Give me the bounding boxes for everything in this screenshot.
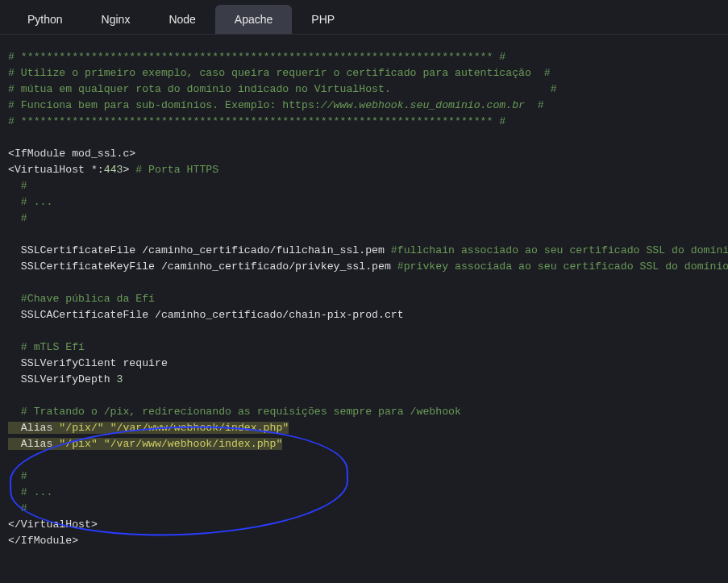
code-line: SSLCertificateKeyFile /caminho_certifica… [8, 260, 397, 273]
tab-php[interactable]: PHP [292, 5, 354, 34]
code-line: SSLCertificateFile /caminho_certificado/… [8, 244, 391, 256]
code-line: #Chave pública da Efí [8, 293, 155, 305]
code-string: "/var/www/webhook/index.php" [104, 438, 283, 450]
code-line: # **************************************… [8, 115, 505, 127]
code-line: <IfModule mod_ssl.c> [8, 148, 135, 160]
code-line: SSLVerifyDepth [8, 373, 117, 385]
tab-apache[interactable]: Apache [215, 5, 292, 34]
tab-nginx[interactable]: Nginx [82, 5, 150, 34]
code-line: SSLVerifyClient require [8, 357, 168, 369]
code-line: # Utilize o primeiro exemplo, caso queir… [8, 67, 551, 79]
code-number: 443 [104, 164, 123, 176]
code-line: # Funciona bem para sub-domínios. Exempl… [8, 99, 321, 111]
code-line: > [123, 164, 135, 176]
code-line: # [8, 180, 27, 192]
code-line: # ... [8, 486, 52, 498]
tab-node[interactable]: Node [149, 5, 214, 34]
code-number: 3 [117, 373, 123, 385]
code-line: # [8, 502, 27, 514]
code-string: "/pix/" [59, 422, 103, 434]
code-line: # mTLS Efí [8, 341, 85, 353]
code-line: </IfModule> [8, 535, 78, 547]
code-comment: #privkey associada ao seu certificado SS… [397, 260, 728, 273]
code-string: "/pix" [59, 438, 97, 450]
code-line: </VirtualHost> [8, 518, 98, 531]
language-tabs: Python Nginx Node Apache PHP [0, 0, 728, 35]
code-line: # mútua em qualquer rota do domínio indi… [8, 83, 557, 95]
code-line: # ... [8, 196, 52, 208]
code-line [104, 422, 110, 434]
code-comment: #fullchain associado ao seu certificado … [391, 244, 728, 256]
code-line: Alias [8, 438, 59, 450]
code-line: # [8, 212, 27, 224]
code-line: Alias [8, 422, 59, 434]
code-comment: # Porta HTTPS [135, 164, 218, 176]
code-line [98, 438, 104, 450]
code-block: # **************************************… [0, 35, 728, 573]
code-string: "/var/www/webhook/index.php" [110, 422, 289, 434]
code-line: SSLCACertificateFile /caminho_certificad… [8, 309, 404, 321]
tab-python[interactable]: Python [8, 5, 82, 34]
code-line: # [8, 470, 27, 482]
code-line: # **************************************… [8, 51, 505, 63]
code-line: # Tratando o /pix, redirecionando as req… [8, 406, 461, 418]
code-line: # [525, 99, 544, 111]
code-line: <VirtualHost *: [8, 164, 104, 176]
code-url: //www.webhook.seu_dominio.com.br [321, 99, 525, 111]
